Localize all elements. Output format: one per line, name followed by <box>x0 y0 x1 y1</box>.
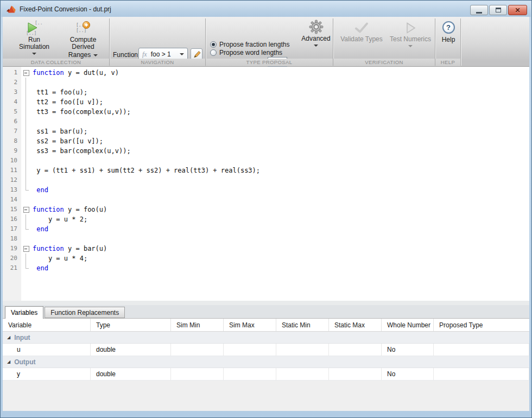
table-cell[interactable] <box>276 344 329 356</box>
code-text: tt3 = foo(complex(u,v)); <box>33 107 131 117</box>
code-line: 20 y = u * 4; <box>3 254 529 263</box>
code-line: 17 end <box>3 224 529 234</box>
table-cell[interactable]: u <box>3 344 91 356</box>
group-row-output[interactable]: ◢ Output <box>3 356 529 368</box>
column-header-whole-number[interactable]: Whole Number <box>382 319 434 331</box>
column-header-type[interactable]: Type <box>91 319 171 331</box>
minimize-icon <box>476 12 482 14</box>
section-label-help: HELP <box>435 59 460 66</box>
code-line: 18 <box>3 234 529 244</box>
code-lines: 1 function y = dut(u, v) 2 3 tt1 = foo(u… <box>3 68 529 273</box>
line-number: 3 <box>3 87 21 97</box>
code-line: 16 y = u * 2; <box>3 214 529 224</box>
fold-column <box>21 195 33 205</box>
help-icon: ? <box>442 21 455 34</box>
fold-column <box>21 224 33 234</box>
code-text: ss3 = bar(complex(u,v)); <box>33 146 131 156</box>
table-cell[interactable]: double <box>91 344 171 356</box>
fold-toggle-icon[interactable] <box>21 244 33 254</box>
combo-arrow-icon <box>180 53 184 55</box>
column-header-sim-min[interactable]: Sim Min <box>171 319 224 331</box>
fold-toggle-icon[interactable] <box>21 205 33 214</box>
line-number: 9 <box>3 146 21 156</box>
table-cell[interactable] <box>224 344 276 356</box>
code-editor[interactable]: 1 function y = dut(u, v) 2 3 tt1 = foo(u… <box>3 67 529 301</box>
code-line: 11 y = (tt1 + ss1) + sum(tt2 + ss2) + re… <box>3 166 529 175</box>
validate-types-button[interactable]: Validate Types <box>338 21 385 43</box>
code-line: 10 <box>3 156 529 166</box>
table-cell[interactable] <box>329 368 382 380</box>
table-row-u[interactable]: udoubleNo <box>3 344 529 356</box>
table-cell[interactable]: y <box>3 368 91 380</box>
table-cell[interactable]: No <box>382 368 434 380</box>
table-cell[interactable]: double <box>91 368 171 380</box>
run-simulation-icon: [..] [..] <box>26 20 43 35</box>
table-row-y[interactable]: ydoubleNo <box>3 368 529 381</box>
table-cell[interactable] <box>171 344 224 356</box>
table-cell[interactable] <box>171 368 224 380</box>
toolbar: [..] [..] Run Simulation [..] [..] Compu… <box>3 17 529 67</box>
radio-propose-word-lengths[interactable]: Propose word lengths <box>210 49 282 56</box>
section-label-navigation: NAVIGATION <box>110 59 205 66</box>
line-number: 14 <box>3 195 21 205</box>
test-numerics-button[interactable]: Test Numerics <box>386 21 435 47</box>
table-cell[interactable] <box>434 368 529 380</box>
line-number: 11 <box>3 166 21 175</box>
maximize-button[interactable] <box>489 5 507 15</box>
column-header-static-max[interactable]: Static Max <box>329 319 382 331</box>
fold-column <box>21 185 33 195</box>
advanced-button[interactable]: Advanced <box>299 20 333 47</box>
line-number: 18 <box>3 234 21 244</box>
minimize-button[interactable] <box>470 5 488 15</box>
line-number: 7 <box>3 126 21 136</box>
code-line: 9 ss3 = bar(complex(u,v)); <box>3 146 529 156</box>
line-number: 6 <box>3 117 21 126</box>
function-value: foo > 1 <box>151 50 171 58</box>
table-cell[interactable] <box>224 368 276 380</box>
toolbar-separator <box>460 18 461 66</box>
line-number: 19 <box>3 244 21 254</box>
code-line: 8 ss2 = bar([u v]); <box>3 136 529 146</box>
expand-triangle-icon[interactable]: ◢ <box>7 360 10 364</box>
code-line: 1 function y = dut(u, v) <box>3 68 529 78</box>
column-header-sim-max[interactable]: Sim Max <box>224 319 276 331</box>
line-number: 15 <box>3 205 21 214</box>
column-header-proposed-type[interactable]: Proposed Type <box>434 319 529 331</box>
line-number: 16 <box>3 214 21 224</box>
tab-variables[interactable]: Variables <box>5 306 43 319</box>
code-line: 14 <box>3 195 529 205</box>
section-label-verification: VERIFICATION <box>333 59 435 66</box>
table-cell[interactable]: No <box>382 344 434 356</box>
panel-splitter[interactable] <box>3 301 529 305</box>
tab-function-replacements[interactable]: Function Replacements <box>45 307 125 318</box>
fold-column <box>21 263 33 273</box>
fold-column <box>21 254 33 263</box>
code-line: 5 tt3 = foo(complex(u,v)); <box>3 107 529 117</box>
fx-icon: fx <box>142 50 147 59</box>
code-text: y = (tt1 + ss1) + sum(tt2 + ss2) + real(… <box>33 166 260 175</box>
group-row-input[interactable]: ◢ Input <box>3 332 529 344</box>
line-number: 20 <box>3 254 21 263</box>
radio-propose-fraction-lengths[interactable]: Propose fraction lengths <box>210 41 289 48</box>
titlebar[interactable]: Fixed-Point Conversion - dut.prj ✕ <box>1 1 531 17</box>
expand-triangle-icon[interactable]: ◢ <box>7 335 10 340</box>
help-button[interactable]: ? Help <box>437 21 460 43</box>
code-text: function y = foo(u) <box>33 205 107 214</box>
table-cell[interactable] <box>329 344 382 356</box>
restore-icon <box>496 8 501 12</box>
code-line: 6 <box>3 117 529 126</box>
fold-column <box>21 87 33 97</box>
fold-toggle-icon[interactable] <box>21 68 33 78</box>
column-header-static-min[interactable]: Static Min <box>276 319 329 331</box>
compute-derived-ranges-button[interactable]: [..] [..] Compute Derived Ranges <box>58 20 108 59</box>
code-text: ss1 = bar(u); <box>33 126 87 136</box>
pencil-icon <box>193 50 201 59</box>
close-button[interactable]: ✕ <box>508 5 527 15</box>
table-header: Variable Type Sim Min Sim Max Static Min… <box>3 319 529 332</box>
table-cell[interactable] <box>276 368 329 380</box>
column-header-variable[interactable]: Variable <box>3 319 91 331</box>
table-cell[interactable] <box>434 344 529 356</box>
fold-column <box>21 97 33 107</box>
fold-column <box>21 107 33 117</box>
run-simulation-button[interactable]: [..] [..] Run Simulation <box>13 20 55 55</box>
